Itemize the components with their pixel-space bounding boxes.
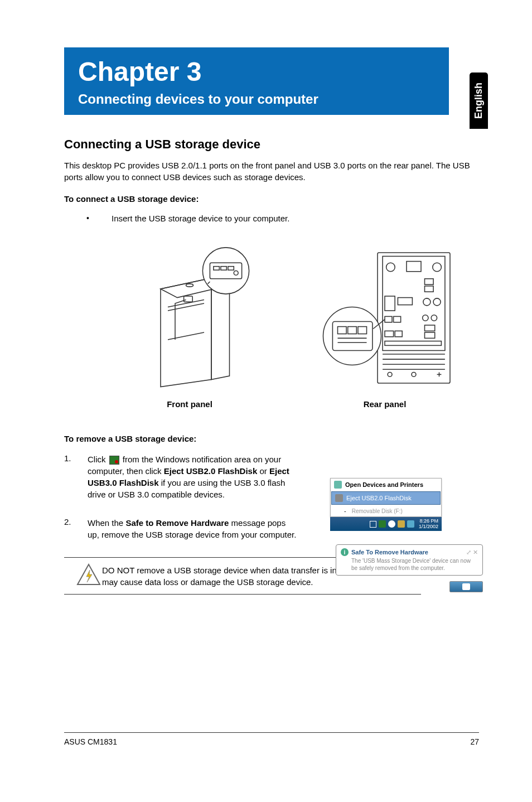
taskbar-network-icon <box>407 520 414 528</box>
connect-heading: To connect a USB storage device: <box>64 194 479 204</box>
balloon-close-icons: ⤢ ✕ <box>466 549 478 556</box>
svg-point-40 <box>412 373 416 377</box>
svg-rect-34 <box>385 341 441 346</box>
chapter-banner: Chapter 3 Connecting devices to your com… <box>64 47 449 115</box>
svg-point-39 <box>388 373 392 377</box>
footer-right: 27 <box>470 737 479 746</box>
taskbar-up-icon <box>370 521 376 528</box>
balloon-title-text: Safe To Remove Hardware <box>351 549 428 555</box>
balloon-screenshot: i Safe To Remove Hardware ⤢ ✕ The 'USB M… <box>336 544 483 576</box>
taskbar-date: 1/1/2002 <box>419 524 438 530</box>
svg-rect-27 <box>394 316 401 322</box>
rear-panel-image <box>307 240 463 396</box>
chapter-title: Chapter 3 <box>78 56 435 87</box>
svg-rect-23 <box>398 298 412 305</box>
step-1-content: Click from the Windows notification area… <box>88 453 299 500</box>
step-2-text-a: When the <box>88 518 125 528</box>
footer: ASUS CM1831 27 <box>64 732 479 746</box>
step-1-number: 1. <box>64 453 88 500</box>
svg-point-28 <box>423 315 428 321</box>
svg-point-29 <box>431 315 437 321</box>
svg-point-6 <box>186 284 194 287</box>
taskbar: 8:26 PM 1/1/2002 <box>330 517 442 531</box>
remove-heading: To remove a USB storage device: <box>64 434 479 443</box>
tray-eject-label: Eject USB2.0 FlashDisk <box>346 495 412 501</box>
info-icon: i <box>341 548 349 556</box>
front-panel-figure: Front panel <box>112 240 268 409</box>
svg-point-19 <box>433 263 442 272</box>
rear-panel-figure: Rear panel <box>307 240 463 409</box>
language-tab: English <box>470 73 488 129</box>
balloon-title-row: i Safe To Remove Hardware <box>341 548 428 556</box>
connect-bullet-item: Insert the USB storage device to your co… <box>86 214 479 223</box>
page-content: Chapter 3 Connecting devices to your com… <box>0 0 532 595</box>
front-panel-caption: Front panel <box>167 399 212 409</box>
tray-screenshot: Open Devices and Printers Eject USB2.0 F… <box>330 478 442 531</box>
safely-remove-icon <box>109 456 119 465</box>
step-2-number: 2. <box>64 517 88 540</box>
step-1-text-c: or <box>257 466 269 476</box>
taskbar-clock: 8:26 PM 1/1/2002 <box>419 519 438 530</box>
balloon-tray <box>449 581 483 592</box>
panels-row: Front panel <box>92 240 482 409</box>
svg-rect-26 <box>385 316 392 322</box>
tray-removable-label: Removable Disk (F:) <box>350 508 403 514</box>
step-2-content: When the Safe to Remove Hardware message… <box>88 517 299 540</box>
footer-left: ASUS CM1831 <box>64 737 117 746</box>
section-title-connecting: Connecting a USB storage device <box>64 137 479 152</box>
taskbar-remove-icon <box>379 520 386 528</box>
tray-popup: Open Devices and Printers Eject USB2.0 F… <box>330 478 442 517</box>
front-panel-image <box>112 240 268 396</box>
svg-rect-20 <box>425 279 434 284</box>
step-1-bold-1: Eject USB2.0 FlashDisk <box>164 466 258 476</box>
connect-bullet-list: Insert the USB storage device to your co… <box>86 214 479 223</box>
balloon-tray-icon <box>462 583 470 590</box>
svg-rect-30 <box>425 325 435 331</box>
intro-text: This desktop PC provides USB 2.0/1.1 por… <box>64 160 479 183</box>
taskbar-flag-icon <box>398 520 405 528</box>
balloon-body: The 'USB Mass Storage Device' device can… <box>341 557 478 572</box>
step-2-bold: Safe to Remove Hardware <box>125 518 229 528</box>
svg-rect-14 <box>184 296 193 302</box>
usb-device-icon <box>335 494 343 502</box>
svg-line-4 <box>168 303 204 311</box>
taskbar-volume-icon <box>388 520 395 528</box>
rear-panel-caption: Rear panel <box>364 399 407 409</box>
svg-line-5 <box>168 332 204 340</box>
svg-point-24 <box>423 298 431 306</box>
svg-rect-15 <box>378 253 450 383</box>
tray-open-label: Open Devices and Printers <box>345 481 423 488</box>
svg-rect-17 <box>407 262 421 272</box>
svg-rect-31 <box>425 332 435 338</box>
svg-point-18 <box>386 263 395 272</box>
tray-open-devices: Open Devices and Printers <box>331 479 441 491</box>
chapter-subtitle: Connecting devices to your computer <box>78 91 435 107</box>
balloon-header: i Safe To Remove Hardware ⤢ ✕ <box>341 548 478 556</box>
svg-line-3 <box>168 300 204 307</box>
svg-rect-21 <box>425 286 434 292</box>
svg-rect-32 <box>385 331 394 336</box>
svg-point-25 <box>433 298 441 306</box>
devices-printers-icon <box>334 481 342 489</box>
tray-eject-row: Eject USB2.0 FlashDisk <box>331 491 441 505</box>
tray-removable-row: - Removable Disk (F:) <box>331 505 441 516</box>
svg-rect-22 <box>385 296 395 311</box>
lightning-icon <box>75 562 102 589</box>
step-1-text-a: Click <box>88 455 108 464</box>
svg-rect-33 <box>395 331 402 336</box>
